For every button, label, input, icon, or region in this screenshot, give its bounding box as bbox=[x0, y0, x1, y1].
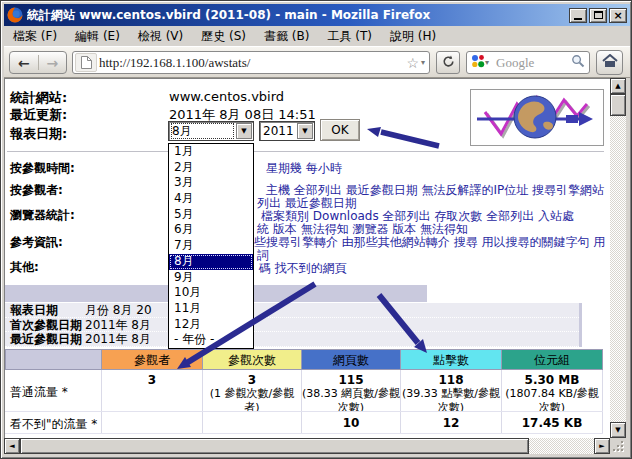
search-placeholder[interactable]: Google bbox=[496, 55, 571, 71]
dropdown-item-selected[interactable]: 8月 bbox=[169, 254, 253, 270]
maximize-button[interactable] bbox=[589, 8, 607, 23]
year-select-value: 2011 bbox=[263, 124, 294, 138]
home-icon bbox=[602, 53, 618, 72]
scroll-left-button[interactable]: ◄ bbox=[4, 438, 20, 454]
search-engine-caret-icon[interactable]: ▾ bbox=[485, 58, 489, 67]
section-label-other: 其他: bbox=[10, 259, 39, 276]
menu-item-file[interactable]: 檔案 (F) bbox=[4, 26, 66, 47]
stats-cell bbox=[203, 412, 302, 433]
stats-header-cell-pages: 網頁數 bbox=[302, 349, 401, 370]
report-info-value: 2011年 8月 bbox=[85, 332, 151, 346]
stats-cell: 115 (38.33 網頁數/參觀次數) bbox=[302, 370, 401, 411]
url-text[interactable]: http://192.168.1.100/awstats/ bbox=[99, 55, 406, 71]
report-date-label: 報表日期: bbox=[10, 125, 67, 143]
site-name-value: www.centos.vbird bbox=[169, 89, 284, 104]
back-button[interactable]: ← bbox=[10, 52, 38, 73]
browser-window: 統計網站 www.centos.vbird (2011-08) - main -… bbox=[0, 0, 632, 459]
stats-cell: 3 bbox=[102, 370, 203, 411]
month-select[interactable]: 8月 ▼ bbox=[168, 121, 254, 141]
dropdown-item[interactable]: 6月 bbox=[169, 222, 253, 238]
stats-header-cell-visits: 參觀次數 bbox=[203, 349, 302, 370]
menu-item-bookmarks[interactable]: 書籤 (B) bbox=[255, 26, 318, 47]
link-line[interactable]: 星期幾 每小時 bbox=[266, 160, 342, 177]
scroll-up-button[interactable]: ▲ bbox=[610, 78, 626, 94]
report-info-row: 首次參觀日期 2011年 8月 bbox=[5, 318, 579, 333]
minimize-icon bbox=[574, 18, 582, 20]
stat-value: 17.45 KB bbox=[502, 415, 602, 431]
stat-value: 5.30 MB bbox=[502, 373, 602, 387]
scroll-right-button[interactable]: ► bbox=[594, 438, 610, 454]
close-button[interactable]: × bbox=[609, 8, 627, 23]
bookmark-caret-icon[interactable]: ▾ bbox=[421, 58, 425, 67]
month-select-arrow-icon[interactable]: ▼ bbox=[236, 123, 252, 139]
stat-subtext: (1807.84 KB/參觀次數) bbox=[502, 387, 602, 411]
menu-item-edit[interactable]: 編輯 (E) bbox=[66, 26, 129, 47]
window-controls: × bbox=[569, 8, 627, 23]
report-info-row: 最近參觀日期 2011年 8月 bbox=[5, 332, 579, 347]
search-box[interactable]: ▾ Google bbox=[466, 51, 590, 74]
dropdown-item[interactable]: 4月 bbox=[169, 191, 253, 207]
resize-grip[interactable] bbox=[610, 438, 626, 454]
menu-item-help[interactable]: 說明 (H) bbox=[381, 26, 445, 47]
year-select[interactable]: 2011 ▼ bbox=[259, 121, 315, 141]
link-line[interactable]: 些搜尋引擎轉介 由那些其他網站轉介 搜尋 用以搜尋的關鍵字句 用 bbox=[254, 234, 605, 251]
title-bar[interactable]: 統計網站 www.centos.vbird (2011-08) - main -… bbox=[4, 4, 630, 26]
month-dropdown[interactable]: 1月 2月 3月 4月 5月 6月 7月 8月 9月 10月 11月 12月 -… bbox=[168, 143, 254, 349]
menu-item-view[interactable]: 檢視 (V) bbox=[129, 26, 192, 47]
stats-row-unseen-traffic: 看不到"的流量 * 10 12 17.45 KB bbox=[5, 412, 603, 434]
dropdown-item[interactable]: 12月 bbox=[169, 317, 253, 333]
forward-button[interactable]: → bbox=[39, 52, 67, 73]
google-logo-icon bbox=[471, 53, 485, 72]
dropdown-item[interactable]: 2月 bbox=[169, 160, 253, 176]
month-select-value: 8月 bbox=[172, 124, 233, 138]
nav-button-group: ← → bbox=[9, 51, 67, 74]
stat-subtext: (1 參觀次數/參觀者) bbox=[203, 387, 301, 411]
section-label-time: 按參觀時間: bbox=[10, 160, 75, 177]
dropdown-item[interactable]: 1月 bbox=[169, 144, 253, 160]
bookmark-star-icon[interactable]: ☆ bbox=[406, 55, 419, 71]
vertical-scrollbar[interactable]: ▲ ▼ bbox=[610, 78, 626, 438]
stats-cell: 10 bbox=[302, 412, 401, 433]
search-icon[interactable] bbox=[571, 53, 585, 72]
reload-button[interactable] bbox=[436, 51, 460, 74]
dropdown-item[interactable]: 7月 bbox=[169, 238, 253, 254]
horizontal-scroll-thumb[interactable] bbox=[20, 438, 529, 454]
stats-cell: 5.30 MB (1807.84 KB/參觀次數) bbox=[502, 370, 603, 411]
stat-value: 115 bbox=[302, 373, 400, 387]
ok-button[interactable]: OK bbox=[320, 119, 360, 141]
stat-value: 12 bbox=[401, 415, 501, 431]
stats-cell: 17.45 KB bbox=[502, 412, 603, 433]
dropdown-item[interactable]: - 年份 - bbox=[169, 332, 253, 348]
url-bar[interactable]: http://192.168.1.100/awstats/ ☆ ▾ bbox=[72, 51, 430, 74]
stats-header-cell-visitors: 參觀者 bbox=[102, 349, 203, 370]
scroll-down-button[interactable]: ▼ bbox=[610, 422, 626, 438]
year-select-arrow-icon[interactable]: ▼ bbox=[297, 123, 313, 139]
menu-item-tools[interactable]: 工具 (T) bbox=[318, 26, 381, 47]
window-title: 統計網站 www.centos.vbird (2011-08) - main -… bbox=[27, 7, 565, 24]
stats-cell: 118 (39.33 點擊數/參觀次數) bbox=[401, 370, 502, 411]
site-name-label: 統計網站: bbox=[10, 89, 67, 107]
stats-header-row: 參觀者 參觀次數 網頁數 點擊數 位元組 bbox=[5, 349, 603, 370]
minimize-button[interactable] bbox=[569, 8, 587, 23]
dropdown-item[interactable]: 5月 bbox=[169, 207, 253, 223]
horizontal-scrollbar[interactable]: ◄ ► bbox=[4, 438, 610, 454]
home-button[interactable] bbox=[596, 50, 623, 75]
dropdown-item[interactable]: 3月 bbox=[169, 175, 253, 191]
back-icon: ← bbox=[18, 55, 30, 71]
dropdown-item[interactable]: 10月 bbox=[169, 285, 253, 301]
awstats-logo bbox=[470, 89, 604, 146]
report-info-label: 報表日期 bbox=[5, 303, 85, 317]
stats-table: 參觀者 參觀次數 網頁數 點擊數 位元組 普通流量 * 3 3 (1 參觀次數/… bbox=[5, 349, 603, 434]
stats-header-empty-cell bbox=[5, 349, 102, 370]
stats-row-label: 普通流量 * bbox=[5, 370, 102, 411]
reload-icon bbox=[442, 53, 455, 72]
forward-icon: → bbox=[46, 55, 58, 71]
menu-item-history[interactable]: 歷史 (S) bbox=[192, 26, 255, 47]
stat-value: 3 bbox=[102, 373, 202, 387]
report-info-value: 2011年 8月 bbox=[85, 318, 151, 332]
dropdown-item[interactable]: 9月 bbox=[169, 270, 253, 286]
dropdown-item[interactable]: 11月 bbox=[169, 301, 253, 317]
stats-row-normal-traffic: 普通流量 * 3 3 (1 參觀次數/參觀者) 115 (38.33 網頁數/參… bbox=[5, 370, 603, 412]
link-line[interactable]: 碼 找不到的網頁 bbox=[259, 260, 347, 277]
vertical-scroll-thumb[interactable] bbox=[610, 94, 626, 116]
